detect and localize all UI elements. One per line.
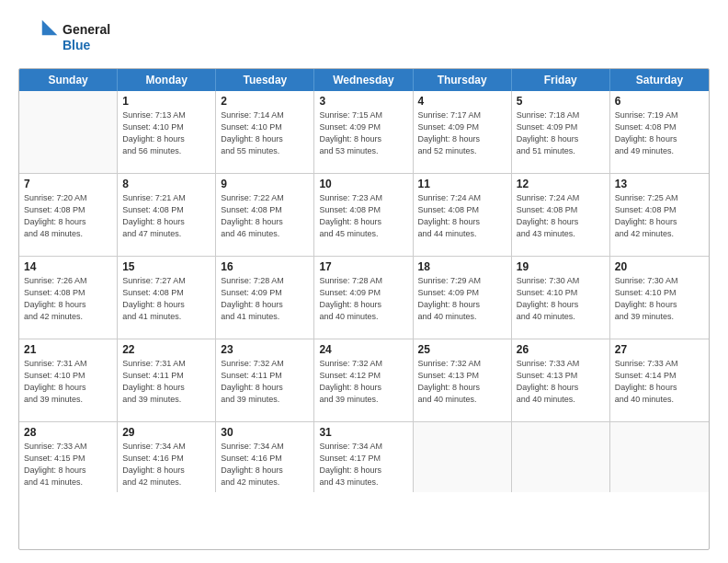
- cal-day-25: 25Sunrise: 7:32 AM Sunset: 4:13 PM Dayli…: [414, 339, 512, 421]
- cal-day-24: 24Sunrise: 7:32 AM Sunset: 4:12 PM Dayli…: [314, 339, 413, 421]
- day-info: Sunrise: 7:31 AM Sunset: 4:11 PM Dayligh…: [122, 358, 210, 406]
- logo-line2: Blue: [63, 38, 110, 54]
- cal-week-3: 21Sunrise: 7:31 AM Sunset: 4:10 PM Dayli…: [19, 339, 709, 422]
- cal-day-23: 23Sunrise: 7:32 AM Sunset: 4:11 PM Dayli…: [216, 339, 314, 421]
- cal-header-sunday: Sunday: [19, 69, 118, 91]
- day-number: 16: [221, 260, 309, 273]
- day-info: Sunrise: 7:33 AM Sunset: 4:13 PM Dayligh…: [517, 358, 605, 406]
- day-info: Sunrise: 7:33 AM Sunset: 4:14 PM Dayligh…: [615, 358, 704, 406]
- day-info: Sunrise: 7:28 AM Sunset: 4:09 PM Dayligh…: [319, 275, 407, 323]
- cal-empty-4-5: [512, 422, 610, 492]
- day-info: Sunrise: 7:20 AM Sunset: 4:08 PM Dayligh…: [24, 192, 112, 240]
- cal-day-20: 20Sunrise: 7:30 AM Sunset: 4:10 PM Dayli…: [610, 257, 709, 339]
- day-info: Sunrise: 7:29 AM Sunset: 4:09 PM Dayligh…: [418, 275, 506, 323]
- svg-marker-0: [42, 20, 58, 36]
- logo-line1: General: [63, 22, 110, 39]
- cal-day-22: 22Sunrise: 7:31 AM Sunset: 4:11 PM Dayli…: [118, 339, 216, 421]
- cal-day-14: 14Sunrise: 7:26 AM Sunset: 4:08 PM Dayli…: [19, 257, 118, 339]
- cal-day-18: 18Sunrise: 7:29 AM Sunset: 4:09 PM Dayli…: [414, 257, 512, 339]
- day-number: 1: [122, 95, 210, 108]
- day-number: 28: [24, 426, 112, 439]
- cal-empty-4-6: [610, 422, 709, 492]
- page: GeneralBlue SundayMondayTuesdayWednesday…: [0, 0, 728, 563]
- cal-day-5: 5Sunrise: 7:18 AM Sunset: 4:09 PM Daylig…: [512, 91, 610, 173]
- day-number: 12: [517, 178, 605, 190]
- cal-header-thursday: Thursday: [414, 69, 512, 91]
- day-number: 3: [319, 95, 407, 108]
- cal-day-9: 9Sunrise: 7:22 AM Sunset: 4:08 PM Daylig…: [216, 174, 314, 256]
- day-number: 5: [517, 95, 605, 108]
- day-info: Sunrise: 7:22 AM Sunset: 4:08 PM Dayligh…: [221, 192, 309, 240]
- day-info: Sunrise: 7:24 AM Sunset: 4:08 PM Dayligh…: [418, 192, 506, 240]
- cal-day-3: 3Sunrise: 7:15 AM Sunset: 4:09 PM Daylig…: [314, 91, 413, 173]
- cal-day-11: 11Sunrise: 7:24 AM Sunset: 4:08 PM Dayli…: [414, 174, 512, 256]
- cal-day-31: 31Sunrise: 7:34 AM Sunset: 4:17 PM Dayli…: [314, 422, 413, 492]
- day-number: 21: [24, 343, 112, 356]
- day-info: Sunrise: 7:21 AM Sunset: 4:08 PM Dayligh…: [122, 192, 210, 240]
- day-info: Sunrise: 7:34 AM Sunset: 4:16 PM Dayligh…: [122, 441, 210, 488]
- day-number: 27: [615, 343, 704, 356]
- cal-day-17: 17Sunrise: 7:28 AM Sunset: 4:09 PM Dayli…: [314, 257, 413, 339]
- cal-week-0: 1Sunrise: 7:13 AM Sunset: 4:10 PM Daylig…: [19, 91, 709, 174]
- day-info: Sunrise: 7:26 AM Sunset: 4:08 PM Dayligh…: [24, 275, 112, 323]
- day-number: 4: [418, 95, 506, 108]
- day-number: 26: [517, 343, 605, 356]
- cal-week-1: 7Sunrise: 7:20 AM Sunset: 4:08 PM Daylig…: [19, 174, 709, 257]
- day-number: 23: [221, 343, 309, 356]
- cal-day-7: 7Sunrise: 7:20 AM Sunset: 4:08 PM Daylig…: [19, 174, 118, 256]
- day-number: 31: [319, 426, 407, 439]
- day-number: 14: [24, 260, 112, 273]
- day-info: Sunrise: 7:32 AM Sunset: 4:13 PM Dayligh…: [418, 358, 506, 406]
- logo-svg: [18, 17, 61, 59]
- cal-day-19: 19Sunrise: 7:30 AM Sunset: 4:10 PM Dayli…: [512, 257, 610, 339]
- cal-day-4: 4Sunrise: 7:17 AM Sunset: 4:09 PM Daylig…: [414, 91, 512, 173]
- day-info: Sunrise: 7:31 AM Sunset: 4:10 PM Dayligh…: [24, 358, 112, 406]
- cal-day-21: 21Sunrise: 7:31 AM Sunset: 4:10 PM Dayli…: [19, 339, 118, 421]
- cal-day-26: 26Sunrise: 7:33 AM Sunset: 4:13 PM Dayli…: [512, 339, 610, 421]
- day-info: Sunrise: 7:25 AM Sunset: 4:08 PM Dayligh…: [615, 192, 704, 240]
- calendar-header: SundayMondayTuesdayWednesdayThursdayFrid…: [19, 69, 709, 91]
- calendar: SundayMondayTuesdayWednesdayThursdayFrid…: [18, 68, 710, 550]
- day-number: 9: [221, 178, 309, 190]
- day-number: 18: [418, 260, 506, 273]
- cal-day-6: 6Sunrise: 7:19 AM Sunset: 4:08 PM Daylig…: [610, 91, 709, 173]
- cal-day-16: 16Sunrise: 7:28 AM Sunset: 4:09 PM Dayli…: [216, 257, 314, 339]
- day-info: Sunrise: 7:19 AM Sunset: 4:08 PM Dayligh…: [615, 109, 704, 157]
- day-info: Sunrise: 7:32 AM Sunset: 4:12 PM Dayligh…: [319, 358, 407, 406]
- day-info: Sunrise: 7:15 AM Sunset: 4:09 PM Dayligh…: [319, 109, 407, 157]
- cal-day-12: 12Sunrise: 7:24 AM Sunset: 4:08 PM Dayli…: [512, 174, 610, 256]
- day-number: 17: [319, 260, 407, 273]
- day-number: 11: [418, 178, 506, 190]
- day-info: Sunrise: 7:17 AM Sunset: 4:09 PM Dayligh…: [418, 109, 506, 157]
- cal-day-1: 1Sunrise: 7:13 AM Sunset: 4:10 PM Daylig…: [118, 91, 216, 173]
- day-number: 22: [122, 343, 210, 356]
- cal-week-4: 28Sunrise: 7:33 AM Sunset: 4:15 PM Dayli…: [19, 422, 709, 492]
- cal-day-15: 15Sunrise: 7:27 AM Sunset: 4:08 PM Dayli…: [118, 257, 216, 339]
- day-number: 8: [122, 178, 210, 190]
- cal-header-wednesday: Wednesday: [314, 69, 413, 91]
- day-info: Sunrise: 7:24 AM Sunset: 4:08 PM Dayligh…: [517, 192, 605, 240]
- day-info: Sunrise: 7:23 AM Sunset: 4:08 PM Dayligh…: [319, 192, 407, 240]
- day-number: 24: [319, 343, 407, 356]
- day-number: 15: [122, 260, 210, 273]
- day-info: Sunrise: 7:18 AM Sunset: 4:09 PM Dayligh…: [517, 109, 605, 157]
- cal-header-friday: Friday: [512, 69, 610, 91]
- day-number: 25: [418, 343, 506, 356]
- day-number: 2: [221, 95, 309, 108]
- day-info: Sunrise: 7:32 AM Sunset: 4:11 PM Dayligh…: [221, 358, 309, 406]
- day-number: 20: [615, 260, 704, 273]
- day-number: 29: [122, 426, 210, 439]
- day-info: Sunrise: 7:13 AM Sunset: 4:10 PM Dayligh…: [122, 109, 210, 157]
- header: GeneralBlue: [18, 17, 710, 59]
- logo: GeneralBlue: [18, 17, 110, 59]
- cal-day-13: 13Sunrise: 7:25 AM Sunset: 4:08 PM Dayli…: [610, 174, 709, 256]
- cal-day-8: 8Sunrise: 7:21 AM Sunset: 4:08 PM Daylig…: [118, 174, 216, 256]
- day-info: Sunrise: 7:27 AM Sunset: 4:08 PM Dayligh…: [122, 275, 210, 323]
- cal-day-27: 27Sunrise: 7:33 AM Sunset: 4:14 PM Dayli…: [610, 339, 709, 421]
- day-info: Sunrise: 7:28 AM Sunset: 4:09 PM Dayligh…: [221, 275, 309, 323]
- cal-week-2: 14Sunrise: 7:26 AM Sunset: 4:08 PM Dayli…: [19, 257, 709, 339]
- day-info: Sunrise: 7:34 AM Sunset: 4:17 PM Dayligh…: [319, 441, 407, 488]
- cal-day-28: 28Sunrise: 7:33 AM Sunset: 4:15 PM Dayli…: [19, 422, 118, 492]
- day-info: Sunrise: 7:34 AM Sunset: 4:16 PM Dayligh…: [221, 441, 309, 488]
- day-info: Sunrise: 7:14 AM Sunset: 4:10 PM Dayligh…: [221, 109, 309, 157]
